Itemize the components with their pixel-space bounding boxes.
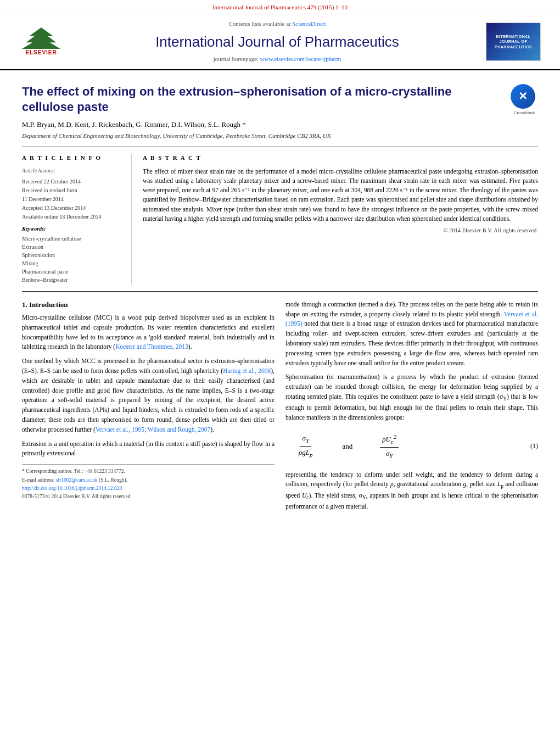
abstract-header: A B S T R A C T [143, 154, 538, 162]
received-entry: Received 22 October 2014 [22, 178, 125, 186]
contents-label: Contents lists available at [228, 20, 290, 27]
authors-text: M.P. Bryan, M.D. Kent, J. Rickenbach, G.… [22, 120, 246, 129]
fraction-left: σY ρgLp [296, 433, 315, 459]
right-para2: Spheronisation (or marumerisation) is a … [285, 372, 538, 422]
fraction-denominator-right: σY [384, 448, 395, 460]
keyword-mcc: Micro-crystalline cellulose [22, 235, 125, 243]
formula-content: σY ρgLp and ρUc2 σY [296, 433, 399, 460]
affiliation-line: Department of Chemical Engineering and B… [22, 132, 538, 140]
keywords-section: Keywords: Micro-crystalline cellulose Ex… [22, 225, 125, 284]
formula-block: σY ρgLp and ρUc2 σY (1) [285, 427, 538, 466]
elsevier-tree-icon [19, 26, 63, 49]
elsevier-logo-section: ELSEVIER [11, 26, 71, 57]
elsevier-text: ELSEVIER [25, 49, 57, 57]
right-para3: representing the tendency to deform unde… [285, 470, 538, 512]
received-revised-date: 11 December 2014 [22, 196, 125, 203]
right-para1: mode through a contraction (termed a die… [285, 300, 538, 369]
homepage-line: journal homepage: www.elsevier.com/locat… [82, 55, 472, 63]
formula-and-connector: and [342, 442, 352, 451]
footnote-email-name: (S.L. Rough). [99, 477, 127, 483]
fraction-numerator-left: σY [300, 433, 311, 447]
formula-right: ρUc2 σY [380, 433, 399, 460]
footnote-email-label: E-mail address: [22, 477, 54, 483]
footnote-email-link[interactable]: slr1002@cam.ac.uk [56, 477, 98, 483]
homepage-label: journal homepage: [214, 55, 259, 62]
footnote-email: E-mail address: slr1002@cam.ac.uk (S.L. … [22, 477, 275, 484]
fraction-right: ρUc2 σY [380, 433, 399, 460]
copyright-line: © 2014 Elsevier B.V. All rights reserved… [143, 227, 538, 235]
article-info-abstract-section: A R T I C L E I N F O Article history: R… [22, 147, 538, 291]
accepted-entry: Accepted 13 December 2014 [22, 204, 125, 212]
history-entries: Received 22 October 2014 Received in rev… [22, 178, 125, 221]
formula-eq-number: (1) [530, 442, 538, 451]
journal-title-main: International Journal of Pharmaceutics [82, 32, 472, 52]
keyword-extrusion: Extrusion [22, 243, 125, 251]
article-info-header: A R T I C L E I N F O [22, 154, 125, 162]
ref-vervaet1995[interactable]: Vervaet et al. (1995) [285, 311, 538, 327]
body-col-right: mode through a contraction (termed a die… [285, 300, 538, 516]
journal-header: ELSEVIER Contents lists available at Sci… [0, 14, 560, 70]
section1-heading: 1. Introduction [22, 300, 275, 310]
formula-left: σY ρgLp [296, 433, 315, 459]
page-container: International Journal of Pharmaceutics 4… [0, 0, 560, 525]
ref-koester[interactable]: Koester and Thommes, 2013 [115, 343, 188, 350]
homepage-link[interactable]: www.elsevier.com/locate/ijpharm [260, 55, 341, 62]
article-title: The effect of mixing on the extrusion–sp… [22, 84, 511, 115]
pharmacy-logo-text: INTERNATIONAL JOURNAL OF PHARMACEUTICS [489, 34, 538, 49]
crossmark-label: CrossMark [511, 110, 538, 116]
pharmacy-logo-box: INTERNATIONAL JOURNAL OF PHARMACEUTICS [486, 23, 541, 61]
footnote-corresponding: * Corresponding author. Tel.: +44 01223 … [22, 468, 275, 475]
article-title-section: The effect of mixing on the extrusion–sp… [22, 79, 538, 115]
crossmark-badge[interactable]: ✕ CrossMark [511, 84, 538, 111]
elsevier-logo: ELSEVIER [14, 26, 69, 57]
journal-header-center: Contents lists available at ScienceDirec… [71, 20, 483, 63]
doi-link[interactable]: http://dx.doi.org/10.1016/j.ijpharm.2014… [22, 486, 122, 491]
ref-vervaet-wilson[interactable]: Vervaet et al., 1995; Wilson and Rough, … [96, 426, 211, 433]
ref-haring[interactable]: Haring et al., 2008 [223, 367, 271, 374]
keyword-spheronisation: Spheronisation [22, 252, 125, 259]
received-revised-label: Received in revised form [22, 187, 125, 194]
journal-top-bar: International Journal of Pharmaceutics 4… [0, 0, 560, 14]
keyword-benbow: Benbow–Bridgwater [22, 276, 125, 284]
authors-line: M.P. Bryan, M.D. Kent, J. Rickenbach, G.… [22, 120, 538, 130]
article-info-col: A R T I C L E I N F O Article history: R… [22, 154, 132, 284]
body-para2: One method by which MCC is processed in … [22, 356, 275, 435]
body-para3: Extrusion is a unit operation in which a… [22, 439, 275, 459]
footnote-issn: 0378-5173/© 2014 Elsevier B.V. All right… [22, 493, 275, 500]
fraction-numerator-right: ρUc2 [380, 433, 399, 448]
keyword-pharma-paste: Pharmaceutical paste [22, 268, 125, 276]
footnote-section: * Corresponding author. Tel.: +44 01223 … [22, 464, 275, 500]
contents-line: Contents lists available at ScienceDirec… [82, 20, 472, 28]
keywords-label: Keywords: [22, 225, 125, 233]
journal-volume-label: International Journal of Pharmaceutics 4… [212, 4, 348, 10]
abstract-col: A B S T R A C T The effect of mixer shea… [143, 154, 538, 284]
available-entry: Available online 18 December 2014 [22, 213, 125, 221]
body-para1: Micro-crystalline cellulose (MCC) is a w… [22, 313, 275, 352]
crossmark-icon[interactable]: ✕ [511, 84, 535, 109]
science-direct-link[interactable]: ScienceDirect [292, 20, 326, 27]
fraction-denominator-left: ρgLp [296, 447, 315, 459]
keyword-mixing: Mixing [22, 260, 125, 267]
journal-header-right: INTERNATIONAL JOURNAL OF PHARMACEUTICS [483, 23, 544, 61]
abstract-text: The effect of mixer shear strain rate on… [143, 167, 538, 224]
article-history-label: Article history: [22, 167, 125, 175]
article-content: The effect of mixing on the extrusion–sp… [0, 70, 560, 525]
footnote-doi: http://dx.doi.org/10.1016/j.ijpharm.2014… [22, 485, 275, 492]
body-two-col: 1. Introduction Micro-crystalline cellul… [22, 300, 538, 516]
body-col-left: 1. Introduction Micro-crystalline cellul… [22, 300, 275, 516]
